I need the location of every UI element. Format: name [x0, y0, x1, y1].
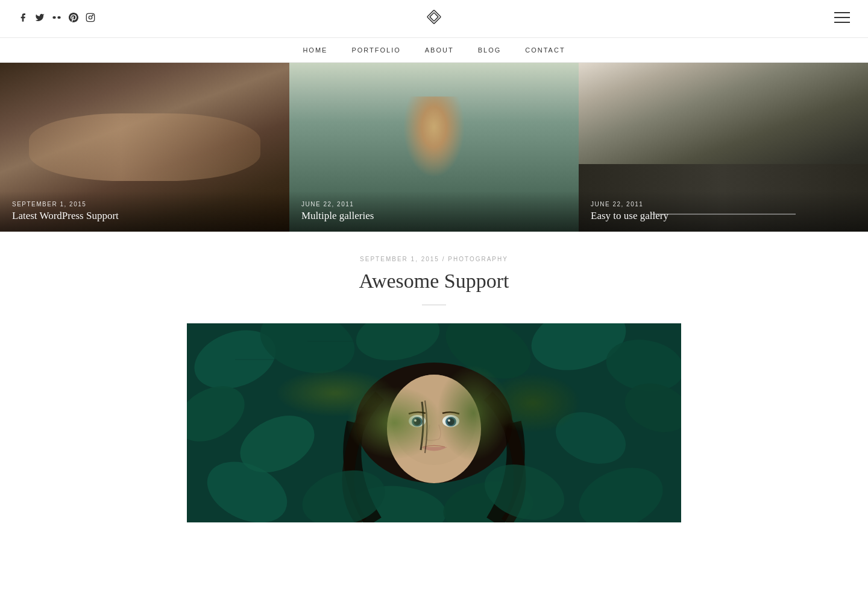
svg-rect-2 — [86, 13, 94, 21]
gallery-date-1: SEPTEMBER 1, 2015 — [12, 201, 277, 208]
nav-item-contact[interactable]: CONTACT — [525, 46, 565, 54]
svg-point-18 — [618, 375, 681, 440]
gallery-overlay-3: JUNE 22, 2011 Easy to use gallery — [579, 191, 868, 232]
svg-point-33 — [448, 419, 450, 422]
post-image-container — [187, 323, 681, 522]
svg-point-28 — [414, 418, 421, 425]
svg-point-37 — [477, 455, 571, 522]
gallery-item-3[interactable]: JUNE 22, 2011 Easy to use gallery — [579, 63, 868, 232]
gallery-date-3: JUNE 22, 2011 — [591, 201, 856, 208]
svg-point-26 — [409, 415, 426, 427]
svg-point-35 — [549, 403, 633, 473]
nav-item-home[interactable]: HOME — [303, 46, 327, 54]
svg-point-20 — [570, 457, 671, 522]
svg-point-19 — [198, 450, 297, 522]
post-title: Awesome Support — [12, 270, 856, 293]
hamburger-menu-icon[interactable] — [834, 11, 850, 27]
svg-point-14 — [436, 323, 541, 391]
svg-rect-5 — [427, 10, 441, 24]
svg-point-23 — [356, 363, 512, 483]
nav-item-about[interactable]: ABOUT — [425, 46, 454, 54]
site-header — [0, 0, 868, 37]
svg-point-21 — [348, 482, 448, 522]
svg-point-12 — [253, 323, 362, 383]
svg-point-36 — [296, 461, 391, 522]
svg-rect-10 — [187, 323, 681, 522]
twitter-icon[interactable] — [35, 13, 45, 25]
facebook-icon[interactable] — [18, 13, 28, 25]
gallery-title-3: Easy to use gallery — [591, 210, 856, 222]
svg-rect-9 — [834, 22, 850, 23]
svg-point-31 — [445, 417, 456, 426]
svg-point-3 — [89, 16, 92, 19]
post-section: SEPTEMBER 1, 2015 / PHOTOGRAPHY Awesome … — [0, 232, 868, 522]
gallery-date-2: JUNE 22, 2011 — [301, 201, 567, 208]
svg-rect-1 — [57, 16, 60, 19]
svg-rect-7 — [834, 12, 850, 13]
gallery-title-2: Multiple galleries — [301, 210, 567, 222]
gallery-item-2[interactable]: JUNE 22, 2011 Multiple galleries — [289, 63, 579, 232]
svg-point-17 — [187, 375, 254, 452]
post-divider — [422, 305, 446, 305]
social-icons-group — [18, 13, 95, 25]
gallery-overlay-2: JUNE 22, 2011 Multiple galleries — [289, 191, 579, 232]
main-navigation: HOME PORTFOLIO ABOUT BLOG CONTACT — [0, 37, 868, 63]
instagram-icon[interactable] — [86, 13, 95, 25]
post-date: SEPTEMBER 1, 2015 — [360, 256, 439, 262]
flickr-icon[interactable] — [52, 13, 61, 25]
svg-point-27 — [412, 417, 423, 426]
svg-rect-8 — [834, 17, 850, 18]
svg-point-34 — [231, 404, 323, 483]
nav-item-portfolio[interactable]: PORTFOLIO — [351, 46, 400, 54]
svg-rect-6 — [430, 12, 438, 21]
svg-point-25 — [392, 375, 476, 465]
svg-point-24 — [387, 375, 481, 483]
svg-point-30 — [442, 415, 459, 427]
svg-rect-0 — [52, 16, 55, 19]
post-featured-image — [187, 323, 681, 522]
nav-item-blog[interactable]: BLOG — [478, 46, 502, 54]
gallery-title-1: Latest WordPress Support — [12, 210, 277, 222]
gallery-overlay-1: SEPTEMBER 1, 2015 Latest WordPress Suppo… — [0, 191, 289, 232]
svg-point-16 — [602, 334, 681, 397]
site-logo[interactable] — [424, 7, 444, 31]
svg-point-32 — [447, 418, 454, 425]
gallery-item-1[interactable]: SEPTEMBER 1, 2015 Latest WordPress Suppo… — [0, 63, 289, 232]
svg-point-4 — [92, 15, 93, 16]
post-meta: SEPTEMBER 1, 2015 / PHOTOGRAPHY — [12, 256, 856, 262]
svg-point-29 — [414, 419, 417, 422]
svg-point-15 — [524, 323, 633, 380]
post-separator: / — [442, 256, 448, 262]
svg-point-11 — [187, 323, 284, 399]
featured-gallery: SEPTEMBER 1, 2015 Latest WordPress Suppo… — [0, 63, 868, 232]
pinterest-icon[interactable] — [69, 13, 78, 25]
post-category: PHOTOGRAPHY — [448, 256, 508, 262]
svg-point-22 — [440, 476, 536, 522]
svg-point-13 — [352, 323, 444, 367]
